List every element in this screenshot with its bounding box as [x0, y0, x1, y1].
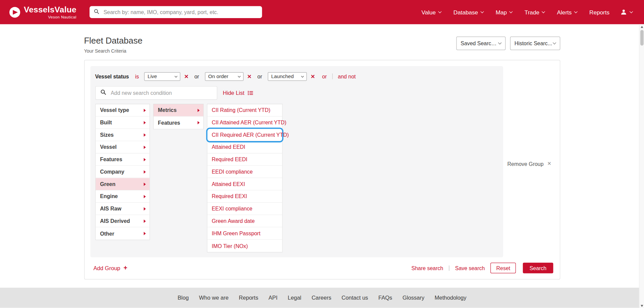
menu-item[interactable]: EEDI compliance [207, 166, 282, 178]
reset-button[interactable]: Reset [490, 263, 516, 273]
menu-item-label: CII Attained AER (Current YTD) [212, 119, 286, 125]
menu-item-label: IHM Green Passport [212, 230, 260, 236]
menu-item[interactable]: Green [96, 178, 149, 190]
brand-tagline: Veson Nautical [48, 14, 76, 19]
menu-item[interactable]: Features [96, 153, 149, 166]
footer-link[interactable]: Glossary [402, 295, 424, 301]
menu-item[interactable]: Required EEXI [207, 190, 282, 203]
add-or-condition-link[interactable]: or [322, 73, 327, 79]
menu-item-label: Sizes [100, 132, 114, 138]
nav-item[interactable]: Map [496, 9, 512, 15]
nav-item[interactable]: Value [422, 9, 441, 15]
remove-group-area: Remove Group ✕ [503, 66, 554, 257]
scroll-up-arrow[interactable] [640, 24, 644, 29]
footer-link[interactable]: API [269, 295, 278, 301]
add-group-link[interactable]: Add Group + [94, 265, 127, 271]
share-search-link[interactable]: Share search [412, 265, 443, 271]
condition-value-select-launched[interactable]: Launched [268, 72, 307, 81]
add-group-label: Add Group [94, 265, 120, 271]
footer-link[interactable]: Legal [288, 295, 301, 301]
menu-item[interactable]: Metrics [153, 104, 203, 117]
search-icon [94, 8, 99, 16]
chevron-down-icon [542, 10, 545, 13]
menu-item[interactable]: AIS Raw [96, 203, 149, 215]
plus-icon: + [123, 264, 127, 271]
add-and-not-condition-link[interactable]: and not [338, 73, 356, 79]
cascading-menus: Vessel type Built Sizes Vessel [95, 104, 498, 252]
nav-item[interactable]: Trade [525, 9, 545, 15]
menu-item[interactable]: Vessel type [96, 104, 149, 117]
menu-item-label: EEXI compliance [212, 205, 252, 211]
footer-link[interactable]: Reports [239, 295, 258, 301]
footer-link[interactable]: Careers [312, 295, 331, 301]
menu-item-label: Features [100, 157, 122, 163]
menu-item[interactable]: Company [96, 166, 149, 178]
search-button[interactable]: Search [523, 263, 553, 273]
nav-item-label: Value [422, 9, 436, 15]
scroll-down-arrow[interactable] [640, 303, 644, 308]
caret-right-icon [144, 219, 146, 223]
condition-value-label: Launched [271, 73, 293, 79]
menu-item-label: Required EEXI [212, 193, 247, 199]
historic-searches-dropdown[interactable]: Historic Searc... [510, 37, 560, 50]
remove-group-link[interactable]: Remove Group ✕ [507, 70, 551, 257]
menu-item-label: Attained EEDI [212, 144, 245, 150]
nav-item-label: Reports [589, 9, 609, 15]
save-search-link[interactable]: Save search [455, 265, 485, 271]
global-search-input[interactable] [103, 9, 258, 16]
search-criteria-card: Vessel status is Live ✕ or On order ✕ [84, 60, 560, 280]
scrollbar-thumb[interactable] [640, 30, 643, 46]
menu-item[interactable]: Other [96, 227, 149, 240]
menu-item-label: Metrics [158, 107, 177, 113]
footer-link[interactable]: Contact us [341, 295, 368, 301]
condition-row: Vessel status is Live ✕ or On order ✕ [95, 71, 498, 82]
hide-list-link[interactable]: Hide List [223, 90, 253, 96]
remove-value-button[interactable]: ✕ [247, 73, 252, 79]
caret-right-icon [144, 121, 146, 124]
remove-value-button[interactable]: ✕ [184, 73, 189, 79]
menu-item-label: Company [100, 169, 124, 175]
footer-link[interactable]: Who we are [199, 295, 228, 301]
menu-item[interactable]: IMO Tier (NOx) [207, 240, 282, 252]
menu-item[interactable]: AIS Derived [96, 215, 149, 228]
menu-item[interactable]: CII Attained AER (Current YTD) [207, 117, 282, 129]
condition-value-label: On order [208, 73, 228, 79]
nav-item[interactable]: Reports [589, 9, 609, 15]
menu-item[interactable]: Built [96, 117, 149, 129]
page-title: Fleet Database [84, 36, 142, 46]
menu-item[interactable]: Sizes [96, 129, 149, 141]
menu-item-label: Engine [100, 193, 118, 199]
saved-searches-dropdown[interactable]: Saved Searches [456, 37, 505, 50]
menu-item[interactable]: Required EEDI [207, 153, 282, 166]
saved-searches-label: Saved Searches [461, 40, 498, 46]
close-icon: ✕ [547, 161, 551, 167]
category-menu-level-1: Vessel type Built Sizes Vessel [95, 104, 150, 240]
divider [332, 73, 332, 79]
footer-link[interactable]: Methodology [435, 295, 467, 301]
user-menu[interactable] [620, 9, 633, 16]
caret-right-icon [144, 145, 146, 149]
menu-item[interactable]: Vessel [96, 141, 149, 153]
nav-item[interactable]: Alerts [557, 9, 577, 15]
nav-item[interactable]: Database [453, 9, 483, 15]
menu-item[interactable]: CII Required AER (Current YTD) [207, 129, 282, 141]
remove-value-button[interactable]: ✕ [311, 73, 315, 79]
footer-link[interactable]: Blog [178, 295, 189, 301]
brand-logo-link[interactable]: VesselsValue Veson Nautical [9, 5, 76, 19]
global-search-box [90, 6, 262, 18]
menu-item[interactable]: EEXI compliance [207, 203, 282, 215]
actions-right: Share search Save search Reset Search [412, 263, 553, 273]
header-dropdowns: Saved Searches Historic Searc... [456, 37, 560, 50]
menu-item[interactable]: IHM Green Passport [207, 227, 282, 240]
menu-item[interactable]: Engine [96, 190, 149, 203]
condition-value-select-on-order[interactable]: On order [205, 72, 244, 81]
add-condition-input[interactable] [110, 89, 212, 97]
scrollbar[interactable] [639, 24, 644, 308]
menu-item[interactable]: Attained EEDI [207, 141, 282, 153]
menu-item[interactable]: CII Rating (Current YTD) [207, 104, 282, 117]
footer-link[interactable]: FAQs [378, 295, 392, 301]
condition-value-select-live[interactable]: Live [144, 72, 180, 81]
menu-item[interactable]: Attained EEXI [207, 178, 282, 190]
menu-item[interactable]: Green Award date [207, 215, 282, 228]
menu-item[interactable]: Features [153, 117, 203, 129]
